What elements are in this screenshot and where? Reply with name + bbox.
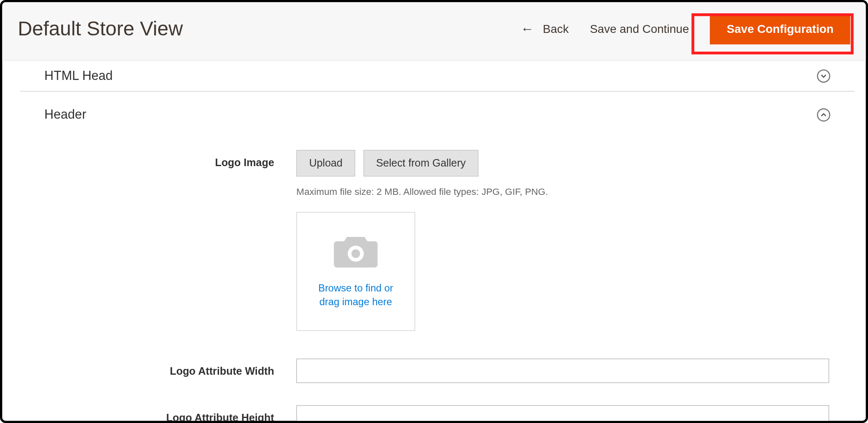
dropzone-line1: Browse to find or xyxy=(318,282,393,294)
row-logo-width: Logo Attribute Width xyxy=(2,358,841,383)
save-configuration-button[interactable]: Save Configuration xyxy=(710,13,850,45)
page-title: Default Store View xyxy=(18,17,183,40)
logo-width-input[interactable] xyxy=(297,358,829,383)
header-form: Logo Image Upload Select from Gallery Ma… xyxy=(2,128,866,423)
top-bar: Default Store View ← Back Save and Conti… xyxy=(2,2,866,60)
label-logo-height: Logo Attribute Height xyxy=(2,405,296,423)
control-logo-image: Upload Select from Gallery Maximum file … xyxy=(297,150,841,331)
app-frame: Default Store View ← Back Save and Conti… xyxy=(0,0,868,423)
section-header-title: Header xyxy=(45,107,87,122)
row-logo-image: Logo Image Upload Select from Gallery Ma… xyxy=(2,150,841,331)
label-logo-image: Logo Image xyxy=(2,150,296,169)
logo-image-hint: Maximum file size: 2 MB. Allowed file ty… xyxy=(297,187,841,198)
label-logo-width: Logo Attribute Width xyxy=(2,358,296,377)
logo-height-input[interactable] xyxy=(297,405,829,423)
row-logo-height: Logo Attribute Height xyxy=(2,405,841,423)
save-and-continue-button[interactable]: Save and Continue xyxy=(590,22,689,35)
svg-point-1 xyxy=(352,249,360,258)
section-html-head-title: HTML Head xyxy=(45,68,113,83)
arrow-left-icon: ← xyxy=(521,22,534,35)
back-button[interactable]: ← Back xyxy=(521,22,569,35)
content-area: HTML Head Header Logo Image Upload Selec… xyxy=(2,60,866,423)
chevron-up-icon[interactable] xyxy=(817,108,830,121)
section-html-head[interactable]: HTML Head xyxy=(20,60,855,92)
dropzone-line2: drag image here xyxy=(319,296,392,308)
dropzone-text: Browse to find or drag image here xyxy=(307,281,404,309)
select-from-gallery-button[interactable]: Select from Gallery xyxy=(363,150,479,177)
back-label: Back xyxy=(543,22,569,35)
top-actions: ← Back Save and Continue Save Configurat… xyxy=(521,13,850,45)
upload-button[interactable]: Upload xyxy=(297,150,356,177)
camera-icon xyxy=(332,234,379,269)
image-dropzone[interactable]: Browse to find or drag image here xyxy=(297,212,415,331)
chevron-down-icon[interactable] xyxy=(817,69,830,82)
section-header[interactable]: Header xyxy=(20,92,855,128)
